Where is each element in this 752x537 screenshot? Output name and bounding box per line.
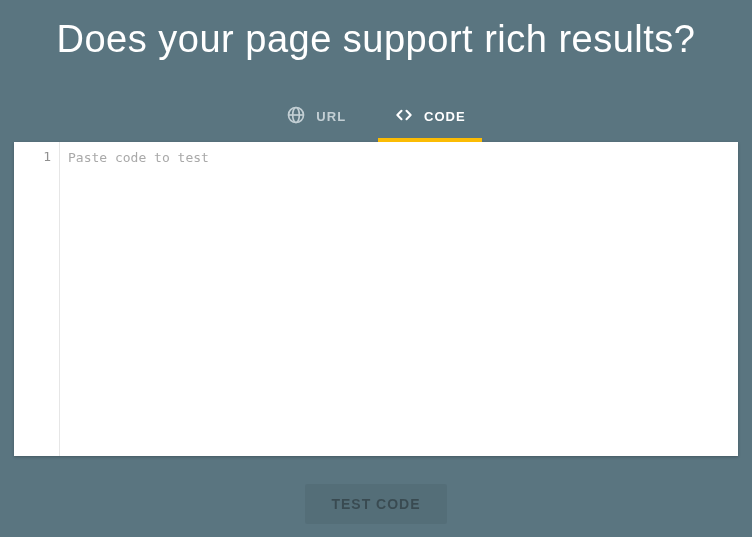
code-input[interactable] (60, 142, 738, 456)
page-title: Does your page support rich results? (57, 18, 696, 61)
tab-url[interactable]: URL (276, 99, 356, 142)
test-code-button[interactable]: TEST CODE (305, 484, 446, 524)
tabs: URL CODE (276, 99, 475, 142)
line-number: 1 (14, 149, 51, 164)
tab-code-label: CODE (424, 109, 466, 124)
globe-icon (286, 105, 306, 128)
line-gutter: 1 (14, 142, 60, 456)
code-icon (394, 105, 414, 128)
tab-url-label: URL (316, 109, 346, 124)
tab-code[interactable]: CODE (384, 99, 476, 142)
code-editor: 1 (14, 142, 738, 456)
